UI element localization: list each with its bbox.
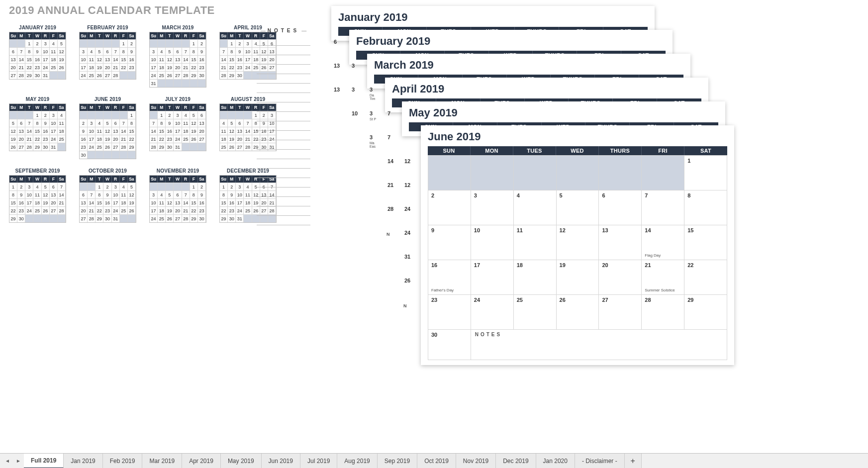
sheet-tab[interactable]: Dec 2019 [496,454,536,468]
note-line[interactable] [257,159,310,169]
sheet-tab[interactable]: - Disclaimer - [575,454,625,468]
note-line[interactable] [257,150,310,159]
note-line[interactable] [257,197,310,206]
note-line[interactable] [257,55,310,65]
mini-day-cell: 25 [220,143,228,151]
mini-day-cell: 19 [42,198,50,206]
sheet-tab[interactable]: Jul 2019 [300,454,337,468]
sheet-tab[interactable]: Sep 2019 [378,454,417,468]
day-cell[interactable]: 28 [642,295,684,330]
day-cell[interactable]: 4 [514,190,557,225]
day-cell[interactable] [557,156,599,190]
add-tab-button[interactable]: + [625,454,642,468]
day-cell[interactable]: 30 [428,330,471,360]
note-line[interactable] [257,84,310,93]
day-cell[interactable]: 6 [599,190,642,225]
mini-day-cell: 20 [236,135,244,143]
sheet-tab[interactable]: Jan 2019 [64,454,102,468]
sheet-tab[interactable]: Aug 2019 [337,454,377,468]
mini-day-cell: 28 [25,143,33,151]
note-line[interactable] [257,131,310,140]
day-cell[interactable]: 29 [684,295,727,330]
day-cell[interactable]: 11 [514,225,557,260]
note-line[interactable] [257,46,310,55]
day-cell[interactable]: 16Father's Day [428,260,471,295]
mini-day-cell: 16 [198,198,206,206]
mini-day-cell: 24 [50,135,58,143]
mini-calendar: MARCH 2019SuMTWRFSa123456789101112131415… [149,25,206,88]
note-line[interactable] [257,140,310,150]
day-cell[interactable]: 27 [599,295,642,330]
partial-day-cell: 21 [385,180,401,204]
mini-day-cell: 13 [103,55,111,63]
day-cell[interactable]: 1 [684,156,727,190]
mini-day-cell: 16 [17,198,25,206]
tab-nav-prev[interactable]: ◄ [2,456,13,467]
tab-nav-next[interactable]: ► [13,456,24,467]
day-cell[interactable]: 14Flag Day [642,225,684,260]
note-line[interactable] [257,102,310,112]
sheet-tab[interactable]: Full 2019 [24,454,64,468]
day-cell[interactable]: 7 [642,190,684,225]
mini-day-cell: 10 [42,47,50,55]
note-line[interactable] [257,112,310,121]
mini-day-cell: 18 [182,127,190,135]
sheet-tab[interactable]: Oct 2019 [417,454,456,468]
mini-day-cell: 13 [174,198,182,206]
mini-day-cell [150,39,158,47]
note-line[interactable] [257,187,310,197]
day-cell[interactable]: 17 [471,260,514,295]
day-cell[interactable] [471,156,514,190]
day-cell[interactable]: 13 [599,225,642,260]
note-line[interactable] [257,169,310,178]
day-cell[interactable] [642,156,684,190]
day-cell[interactable]: 25 [514,295,557,330]
day-cell[interactable]: 12 [557,225,599,260]
sheet-tab[interactable]: Mar 2019 [142,454,182,468]
mini-day-cell: 29 [158,143,166,151]
mini-day-cell: 7 [88,190,96,198]
note-line[interactable] [257,93,310,102]
day-cell[interactable]: 8 [684,190,727,225]
day-cell[interactable] [514,156,557,190]
mini-day-cell: 30 [17,214,25,222]
day-cell[interactable]: 10 [471,225,514,260]
day-cell[interactable]: 9 [428,225,471,260]
sheet-tab[interactable]: Jan 2020 [536,454,575,468]
note-line[interactable] [257,65,310,74]
day-cell[interactable]: 3 [471,190,514,225]
day-cell[interactable]: 24 [471,295,514,330]
day-cell[interactable]: 22 [684,260,727,295]
day-cell[interactable]: 18 [514,260,557,295]
sheet-tab[interactable]: Jun 2019 [262,454,300,468]
day-cell[interactable]: 5 [557,190,599,225]
note-line[interactable] [257,206,310,216]
day-cell[interactable] [428,156,471,190]
sheet-tab[interactable]: Feb 2019 [103,454,143,468]
note-line[interactable] [257,216,310,225]
sheet-tab[interactable]: May 2019 [221,454,262,468]
mini-day-cell: 12 [128,190,136,198]
day-cell[interactable]: 21Summer Solstice [642,260,684,295]
mini-day-cell: 20 [174,63,182,71]
day-cell[interactable]: 2 [428,190,471,225]
sheet-tab[interactable]: Apr 2019 [182,454,221,468]
note-line[interactable] [257,178,310,187]
note-line[interactable] [257,36,310,46]
mini-day-cell: 5 [9,119,17,127]
mini-day-cell: 11 [88,55,96,63]
day-cell[interactable]: 26 [557,295,599,330]
sheet-tab[interactable]: Nov 2019 [456,454,496,468]
day-cell[interactable]: 23 [428,295,471,330]
note-line[interactable] [257,121,310,131]
day-cell[interactable] [599,156,642,190]
mini-day-cell: 13 [80,198,88,206]
day-cell[interactable]: 15 [684,225,727,260]
mini-day-cell [88,111,96,119]
day-cell[interactable]: 20 [599,260,642,295]
note-line[interactable] [257,74,310,84]
mini-day-cell: 14 [244,127,252,135]
mini-day-cell: 26 [166,71,174,79]
mini-day-header: T [25,104,33,111]
day-cell[interactable]: 19 [557,260,599,295]
